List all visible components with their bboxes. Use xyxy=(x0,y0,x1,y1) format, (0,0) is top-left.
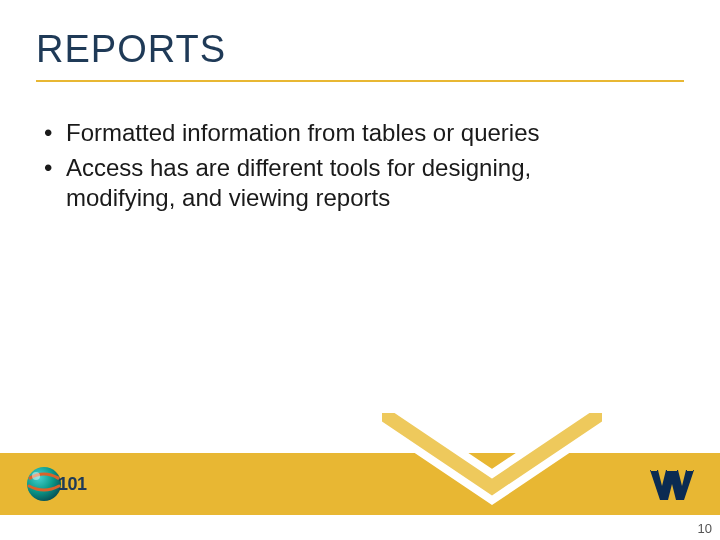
svg-point-0 xyxy=(27,467,61,501)
page-number: 10 xyxy=(698,521,712,536)
bullet-item: Formatted information from tables or que… xyxy=(40,118,640,149)
title-underline xyxy=(36,80,684,82)
svg-point-1 xyxy=(32,472,40,480)
slide-content: Formatted information from tables or que… xyxy=(40,118,640,218)
slide-title: REPORTS xyxy=(36,28,226,71)
wv-logo-icon xyxy=(648,464,696,504)
chevron-down-icon xyxy=(382,413,602,531)
slide: REPORTS Formatted information from table… xyxy=(0,0,720,540)
logo-101-text: 101 xyxy=(58,474,87,495)
bullet-item: Access has are different tools for desig… xyxy=(40,153,640,214)
cs101-logo: 101 xyxy=(24,464,87,504)
footer-band: 101 xyxy=(0,453,720,515)
